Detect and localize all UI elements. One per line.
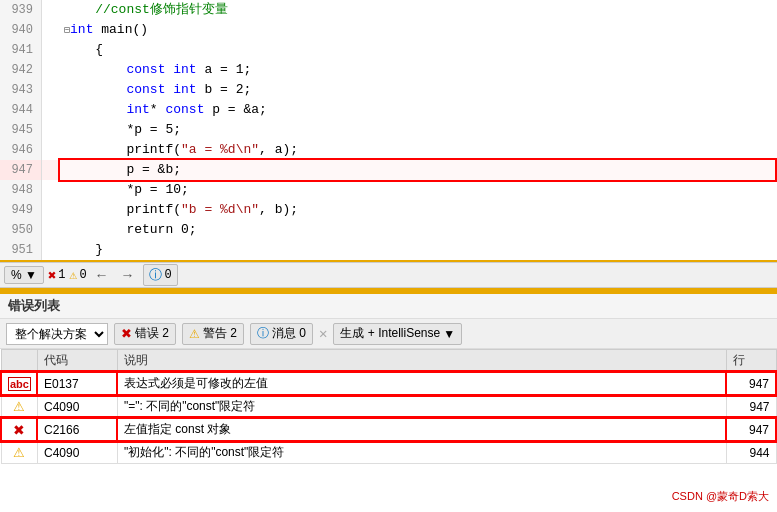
error-icon: ✖: [48, 267, 56, 284]
table-row[interactable]: ✖ C2166 左值指定 const 对象 947: [1, 418, 776, 441]
build-filter-button[interactable]: 生成 + IntelliSense ▼: [333, 323, 462, 345]
col-desc-header: 说明: [117, 350, 726, 373]
code-line-940: 940 ⊟int main(): [0, 20, 777, 40]
code-line-950: 950 return 0;: [0, 220, 777, 240]
warn-btn-label: 警告 2: [203, 325, 237, 342]
warn-icon: ⚠: [70, 267, 78, 283]
code-line-948: 948 *p = 10;: [0, 180, 777, 200]
error-btn-label: 错误 2: [135, 325, 169, 342]
error-table: 代码 说明 行 abc E0137 表达式必须是可修改的左值 947 ⚠ C40…: [0, 349, 777, 464]
code-line-946: 946 printf("a = %d\n", a);: [0, 140, 777, 160]
info-icon: ⓘ: [149, 266, 162, 284]
code-line-943: 943 const int b = 2;: [0, 80, 777, 100]
build-btn-label: 生成 + IntelliSense: [340, 325, 440, 342]
code-editor: 939 //const修饰指针变量 940 ⊟int main() 941 { …: [0, 0, 777, 262]
code-line-949: 949 printf("b = %d\n", b);: [0, 200, 777, 220]
panel-toolbar: 整个解决方案 ✖ 错误 2 ⚠ 警告 2 ⓘ 消息 0 ✕ 生成 + Intel…: [0, 319, 777, 349]
error-count: 1: [58, 268, 65, 282]
col-icon-header: [1, 350, 37, 373]
error-filter-button[interactable]: ✖ 错误 2: [114, 323, 176, 345]
table-header-row: 代码 说明 行: [1, 350, 776, 373]
col-line-header: 行: [726, 350, 776, 373]
error-list-panel: 错误列表 整个解决方案 ✖ 错误 2 ⚠ 警告 2 ⓘ 消息 0 ✕ 生成 + …: [0, 294, 777, 464]
zoom-dropdown[interactable]: % ▼: [4, 266, 44, 284]
back-button[interactable]: ←: [91, 267, 113, 283]
code-line-947: 947 p = &b;: [0, 160, 777, 180]
error-badge: ✖ 1: [48, 267, 66, 284]
col-code-header: 代码: [37, 350, 117, 373]
warn-badge: ⚠ 0: [70, 267, 87, 283]
warn-count: 0: [79, 268, 86, 282]
separator: ✕: [319, 325, 327, 342]
build-chevron-icon: ▼: [443, 327, 455, 341]
info-filter-button[interactable]: ⓘ 消息 0: [250, 323, 313, 345]
error-filter-icon: ✖: [121, 326, 132, 341]
code-line-941: 941 {: [0, 40, 777, 60]
table-row[interactable]: ⚠ C4090 "初始化": 不同的"const"限定符 944: [1, 441, 776, 464]
code-line-944: 944 int* const p = &a;: [0, 100, 777, 120]
forward-button[interactable]: →: [117, 267, 139, 283]
zoom-chevron-icon: ▼: [25, 268, 37, 282]
info-btn-label: 消息 0: [272, 325, 306, 342]
panel-title: 错误列表: [0, 294, 777, 319]
table-row[interactable]: ⚠ C4090 "=": 不同的"const"限定符 947: [1, 395, 776, 418]
warn-filter-icon: ⚠: [189, 327, 200, 341]
info-filter-icon: ⓘ: [257, 325, 269, 342]
table-row[interactable]: abc E0137 表达式必须是可修改的左值 947: [1, 372, 776, 395]
zoom-label: %: [11, 268, 22, 282]
watermark: CSDN @蒙奇D索大: [672, 489, 769, 504]
editor-toolbar: % ▼ ✖ 1 ⚠ 0 ← → ⓘ 0: [0, 262, 777, 288]
info-button[interactable]: ⓘ 0: [143, 264, 178, 286]
warn-filter-button[interactable]: ⚠ 警告 2: [182, 323, 244, 345]
code-line-942: 942 const int a = 1;: [0, 60, 777, 80]
code-line-945: 945 *p = 5;: [0, 120, 777, 140]
filter-select[interactable]: 整个解决方案: [6, 323, 108, 345]
code-line-939: 939 //const修饰指针变量: [0, 0, 777, 20]
code-line-951: 951 }: [0, 240, 777, 260]
